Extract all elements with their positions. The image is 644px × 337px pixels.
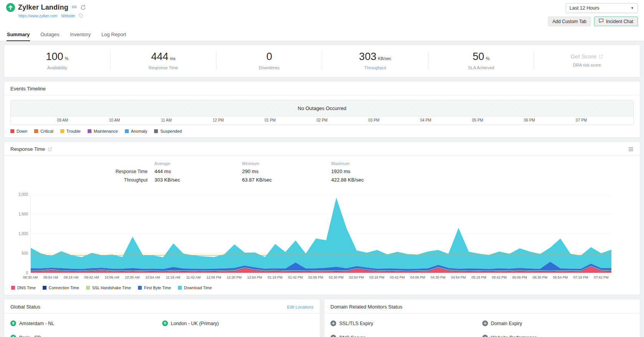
- edit-locations-link[interactable]: Edit Locations: [287, 305, 314, 309]
- incident-chat-button[interactable]: Incident Chat: [594, 17, 638, 26]
- legend-item-ssl-handshake-time: SSL Handshake Time: [86, 285, 131, 290]
- domain-monitor-website-performance[interactable]: Website Performance: [482, 335, 634, 337]
- tab-inventory[interactable]: Inventory: [70, 30, 91, 41]
- time-range-value: Last 12 Hours: [569, 5, 599, 11]
- table-row-label: Response Time: [10, 169, 154, 174]
- legend-swatch: [34, 129, 38, 133]
- timeline-hour-label: 04 PM: [420, 118, 432, 122]
- get-score-link[interactable]: Get Score: [571, 53, 604, 60]
- chart-context-menu-icon[interactable]: [628, 147, 634, 152]
- legend-item-maintenance: Maintenance: [88, 129, 118, 133]
- legend-swatch: [60, 129, 64, 133]
- legend-item-down: Down: [10, 129, 27, 133]
- domain-monitor-domain-expiry[interactable]: Domain Expiry: [482, 320, 634, 326]
- location-amsterdam-nl[interactable]: Amsterdam - NL: [10, 320, 162, 326]
- table-col-average: Average: [154, 161, 242, 166]
- domain-monitor-ssl-tls-expiry[interactable]: SSL/TLS Expiry: [330, 320, 482, 326]
- legend-label: Suspended: [160, 129, 182, 133]
- legend-swatch: [178, 286, 182, 290]
- location-london-uk-primary-[interactable]: London - UK (Primary): [162, 320, 314, 326]
- legend-label: SSL Handshake Time: [92, 285, 131, 290]
- tab-outages[interactable]: Outages: [40, 30, 60, 41]
- y-axis-label: 1,500: [18, 212, 28, 216]
- domain-monitor-name: SSL/TLS Expiry: [339, 321, 373, 326]
- x-axis-label: 06:06 PM: [512, 275, 527, 279]
- legend-swatch: [43, 286, 46, 290]
- domain-monitors-grid: SSL/TLS ExpiryDomain ExpiryDNS ServerWeb…: [330, 320, 634, 337]
- stat-label: DRA risk score: [534, 63, 640, 67]
- y-axis-label: 2,000: [18, 192, 28, 197]
- add-monitor-plus-icon[interactable]: [330, 320, 336, 326]
- x-axis-label: 09:18 AM: [64, 275, 78, 279]
- global-status-panel: Global Status Edit Locations Amsterdam -…: [4, 299, 320, 337]
- locations-grid: Amsterdam - NLLondon - UK (Primary)Paris…: [10, 320, 314, 337]
- legend-swatch: [154, 129, 158, 133]
- timeline-hour-label: 02 PM: [317, 118, 328, 122]
- timeline-hour-label: 10 AM: [109, 118, 120, 122]
- events-timeline-chart[interactable]: No Outages Occurred 09 AM10 AM11 AM12 PM…: [10, 100, 634, 125]
- x-axis-label: 05:42 PM: [492, 275, 507, 279]
- y-axis-label: 1,000: [18, 232, 28, 236]
- get-score-label: Get Score: [571, 53, 597, 60]
- table-cell-value: 1920 ms: [331, 168, 634, 174]
- header: Zylker Landing https://www.zylker.com We…: [0, 0, 644, 41]
- legend-item-critical: Critical: [34, 129, 53, 133]
- x-axis-label: 03:18 PM: [370, 275, 385, 279]
- stat-label: Downtimes: [216, 65, 322, 70]
- domain-monitor-name: DNS Server: [339, 335, 365, 337]
- expand-chart-icon[interactable]: [48, 147, 52, 152]
- location-up-status-icon: [162, 320, 168, 326]
- response-time-panel: Response Time AverageMinimumMaximumRespo…: [4, 142, 640, 295]
- add-monitor-plus-icon[interactable]: [482, 320, 488, 326]
- legend-swatch: [88, 129, 91, 133]
- divider: [324, 313, 640, 314]
- time-range-select[interactable]: Last 12 Hours ▼: [566, 3, 638, 13]
- legend-label: Critical: [40, 129, 53, 133]
- bottom-row: Global Status Edit Locations Amsterdam -…: [4, 299, 640, 337]
- add-custom-tab-button[interactable]: Add Custom Tab: [548, 17, 591, 26]
- x-axis-label: 12:54 PM: [247, 275, 262, 279]
- table-cell-value: 444 ms: [154, 168, 242, 174]
- table-cell-value: 303 KB/sec: [154, 177, 242, 183]
- domain-monitor-dns-server[interactable]: DNS Server: [330, 335, 482, 337]
- summary-stats-strip: 100%Availability444msResponse Time0Downt…: [4, 45, 640, 77]
- events-timeline-title: Events Timeline: [10, 86, 634, 92]
- tab-log-report[interactable]: Log Report: [101, 30, 126, 41]
- tag-icon[interactable]: [79, 13, 83, 18]
- timeline-hour-label: 01 PM: [265, 118, 276, 122]
- stat-label: Response Time: [111, 65, 216, 70]
- timeline-hour-label: 11 AM: [161, 118, 172, 122]
- chart-x-axis-labels: 08:30 AM08:54 AM09:18 AM09:42 AM10:06 AM…: [30, 275, 611, 280]
- stat-unit: KB/sec: [378, 56, 391, 61]
- refresh-icon[interactable]: [80, 5, 86, 10]
- stat-label: Throughput: [322, 65, 428, 70]
- x-axis-label: 04:30 PM: [431, 275, 446, 279]
- stat-dra-risk-score: Get ScoreDRA risk score: [534, 51, 640, 70]
- monitor-type-link[interactable]: Website: [61, 14, 75, 18]
- legend-item-trouble: Trouble: [60, 129, 81, 133]
- events-timeline-panel: Events Timeline No Outages Occurred 09 A…: [4, 81, 640, 138]
- divider: [4, 155, 640, 156]
- stat-label: Availability: [4, 65, 110, 70]
- monitor-up-status-icon: [6, 3, 15, 12]
- monitor-url-link[interactable]: https://www.zylker.com: [18, 14, 57, 18]
- table-cell-value: 422.88 KB/sec: [331, 177, 634, 183]
- stat-number: 303: [359, 51, 376, 62]
- add-monitor-plus-icon[interactable]: [330, 335, 336, 337]
- stat-value: 303KB/sec: [322, 51, 428, 63]
- divider: [4, 95, 640, 95]
- location-paris-fr[interactable]: Paris - FR: [10, 335, 162, 337]
- table-cell-value: 63.87 KB/sec: [242, 177, 331, 183]
- x-axis-label: 11:42 AM: [186, 275, 201, 279]
- stat-throughput: 303KB/secThroughput: [322, 51, 428, 70]
- tab-summary[interactable]: Summary: [7, 30, 30, 41]
- domain-monitor-name: Domain Expiry: [491, 321, 522, 326]
- add-monitor-plus-icon[interactable]: [482, 335, 488, 337]
- x-axis-label: 06:30 PM: [533, 275, 548, 279]
- x-axis-label: 10:54 AM: [145, 275, 160, 279]
- monitor-menu-icon[interactable]: [71, 5, 77, 10]
- response-time-area-chart[interactable]: 05001,0001,5002,000: [30, 194, 611, 273]
- legend-label: First Byte Time: [144, 285, 171, 290]
- table-row-label: Throughput: [10, 177, 154, 183]
- timeline-hour-label: 06 PM: [524, 118, 535, 122]
